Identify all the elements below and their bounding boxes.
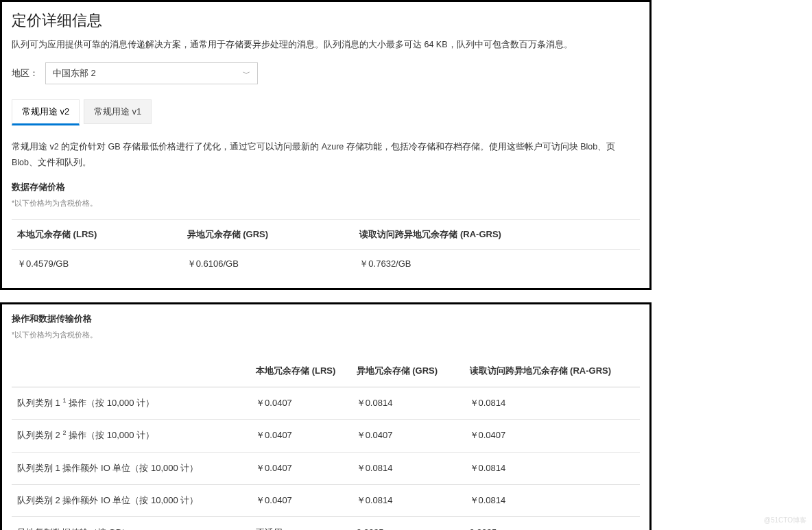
cell-grs: 0.2035	[351, 516, 464, 530]
table-row: 异地复制数据传输（按 GB） 不适用 0.2035 0.2035	[12, 516, 640, 530]
tax-note: *以下价格均为含税价格。	[12, 330, 640, 340]
tax-note: *以下价格均为含税价格。	[12, 199, 640, 208]
cell-grs: ￥0.0407	[351, 420, 464, 452]
region-select[interactable]: 中国东部 2 ﹀	[45, 62, 258, 84]
watermark: @51CTO博客	[764, 516, 807, 525]
table-header-row: 本地冗余存储 (LRS) 异地冗余存储 (GRS) 读取访问跨异地冗余存储 (R…	[12, 220, 640, 250]
cell-ragrs: ￥0.0814	[464, 387, 641, 420]
chevron-down-icon: ﹀	[243, 69, 250, 79]
operations-price-panel: 操作和数据传输价格 *以下价格均为含税价格。 本地冗余存储 (LRS) 异地冗余…	[0, 302, 652, 530]
row-label: 队列类别 2 2 操作（按 10,000 计）	[12, 420, 250, 452]
cell-lrs: ￥0.0407	[250, 452, 351, 484]
row-label: 队列类别 1 操作额外 IO 单位（按 10,000 计）	[12, 452, 250, 484]
row-label: 异地复制数据传输（按 GB）	[12, 516, 250, 530]
cell-lrs: 不适用	[250, 516, 351, 530]
cell-lrs: ￥0.0407	[250, 420, 351, 452]
col-grs: 异地冗余存储 (GRS)	[182, 220, 355, 250]
table-row: 队列类别 2 操作额外 IO 单位（按 10,000 计） ￥0.0407 ￥0…	[12, 484, 640, 516]
region-value: 中国东部 2	[53, 67, 96, 80]
page-title: 定价详细信息	[12, 10, 640, 31]
row-label: 队列类别 2 操作额外 IO 单位（按 10,000 计）	[12, 484, 250, 516]
col-lrs: 本地冗余存储 (LRS)	[250, 351, 351, 387]
cell-lrs: ￥0.0407	[250, 484, 351, 516]
cell-grs: ￥0.0814	[351, 484, 464, 516]
cell-ragrs: ￥0.0407	[464, 420, 641, 452]
cell-ragrs: 0.2035	[464, 516, 641, 530]
cell-lrs: ￥0.4579/GB	[12, 250, 182, 279]
cell-lrs: ￥0.0407	[250, 387, 351, 420]
col-ragrs: 读取访问跨异地冗余存储 (RA-GRS)	[354, 220, 640, 250]
col-ragrs: 读取访问跨异地冗余存储 (RA-GRS)	[464, 351, 641, 387]
table-row: 队列类别 1 操作额外 IO 单位（按 10,000 计） ￥0.0407 ￥0…	[12, 452, 640, 484]
col-lrs: 本地冗余存储 (LRS)	[12, 220, 182, 250]
cell-grs: ￥0.6106/GB	[182, 250, 355, 279]
storage-price-heading: 数据存储价格	[12, 181, 640, 193]
tab-general-v2[interactable]: 常规用途 v2	[12, 99, 80, 125]
table-row: 队列类别 1 1 操作（按 10,000 计） ￥0.0407 ￥0.0814 …	[12, 387, 640, 420]
col-grs: 异地冗余存储 (GRS)	[351, 351, 464, 387]
table-row: ￥0.4579/GB ￥0.6106/GB ￥0.7632/GB	[12, 250, 640, 279]
region-row: 地区： 中国东部 2 ﹀	[12, 62, 640, 84]
tab-general-v1[interactable]: 常规用途 v1	[84, 99, 152, 124]
cell-ragrs: ￥0.7632/GB	[354, 250, 640, 279]
cell-grs: ￥0.0814	[351, 452, 464, 484]
storage-price-table: 本地冗余存储 (LRS) 异地冗余存储 (GRS) 读取访问跨异地冗余存储 (R…	[12, 219, 640, 278]
operations-price-table: 本地冗余存储 (LRS) 异地冗余存储 (GRS) 读取访问跨异地冗余存储 (R…	[12, 351, 640, 530]
table-row: 队列类别 2 2 操作（按 10,000 计） ￥0.0407 ￥0.0407 …	[12, 420, 640, 452]
row-label: 队列类别 1 1 操作（按 10,000 计）	[12, 387, 250, 420]
intro-text: 队列可为应用提供可靠的消息传递解决方案，通常用于存储要异步处理的消息。队列消息的…	[12, 38, 640, 51]
table-header-row: 本地冗余存储 (LRS) 异地冗余存储 (GRS) 读取访问跨异地冗余存储 (R…	[12, 351, 640, 387]
operations-price-heading: 操作和数据传输价格	[12, 313, 640, 325]
pricing-detail-panel: 定价详细信息 队列可为应用提供可靠的消息传递解决方案，通常用于存储要异步处理的消…	[0, 0, 652, 290]
tab-description: 常规用途 v2 的定价针对 GB 存储最低价格进行了优化，通过它可以访问最新的 …	[12, 139, 640, 170]
cell-ragrs: ￥0.0814	[464, 484, 641, 516]
version-tabs: 常规用途 v2 常规用途 v1	[12, 99, 640, 125]
region-label: 地区：	[12, 67, 38, 80]
cell-grs: ￥0.0814	[351, 387, 464, 420]
cell-ragrs: ￥0.0814	[464, 452, 641, 484]
col-blank	[12, 351, 250, 387]
